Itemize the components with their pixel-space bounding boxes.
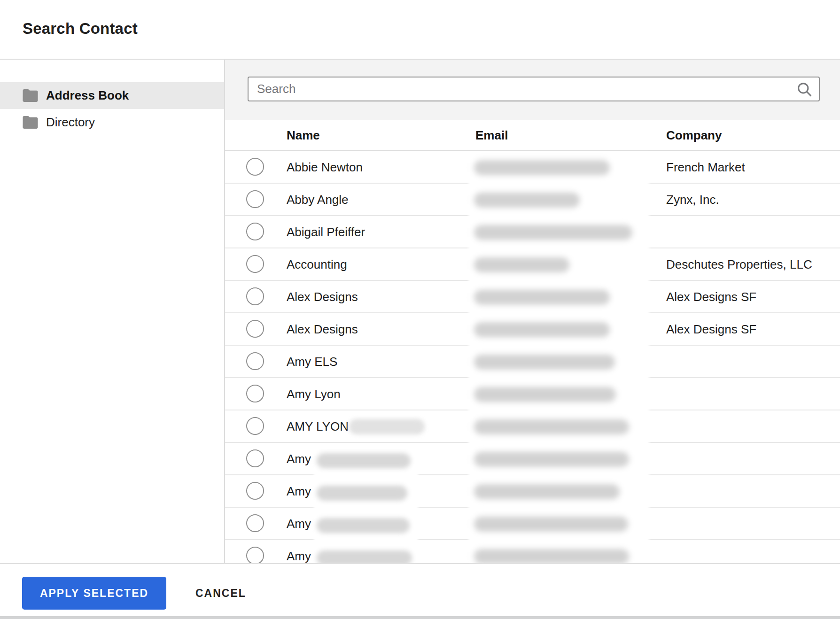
contact-name: Amy Lyon [287, 387, 341, 401]
folder-icon [23, 116, 38, 129]
contact-name: Abigail Pfeiffer [287, 224, 365, 239]
redacted-name-blur [317, 550, 412, 564]
contact-name: Alex Designs [287, 289, 358, 304]
sidebar-item-label: Directory [46, 115, 95, 130]
radio-button[interactable] [246, 255, 264, 273]
redacted-email-blur [474, 419, 629, 434]
contact-company: Alex Designs SF [666, 322, 756, 336]
contact-name: Abby Angle [287, 192, 349, 207]
cancel-button[interactable]: CANCEL [194, 577, 248, 610]
column-header-name: Name [287, 128, 320, 142]
folder-icon [23, 89, 38, 102]
contact-name: AMY LYON [287, 419, 349, 433]
radio-button[interactable] [246, 158, 264, 176]
contact-company: Deschutes Properties, LLC [666, 257, 812, 271]
redacted-email-blur [474, 225, 632, 240]
radio-button[interactable] [246, 190, 264, 208]
redacted-email-blur [474, 355, 615, 370]
redacted-email-blur [474, 387, 616, 402]
contact-name: Amy [287, 549, 311, 563]
page-title: Search Contact [0, 0, 840, 38]
sidebar-item-label: Address Book [46, 88, 129, 103]
contact-name: Amy ELS [287, 354, 337, 369]
redacted-email-blur [474, 484, 620, 499]
contact-name: Amy [287, 484, 311, 498]
table-header: Name Email Company [225, 120, 840, 151]
radio-button[interactable] [246, 482, 264, 500]
radio-button[interactable] [246, 352, 264, 370]
contact-name: Alex Designs [287, 322, 358, 336]
search-input[interactable] [249, 77, 819, 101]
redacted-email-blur [474, 322, 610, 337]
radio-button[interactable] [246, 385, 264, 402]
redacted-email-column [468, 153, 649, 563]
radio-button[interactable] [246, 547, 264, 563]
redacted-email-blur [474, 549, 629, 564]
search-panel [225, 60, 840, 120]
apply-selected-button[interactable]: APPLY SELECTED [22, 577, 166, 610]
redacted-email-blur [474, 290, 610, 305]
search-contact-dialog: Search Contact Address BookDirectory [0, 0, 840, 619]
radio-button[interactable] [246, 514, 264, 532]
contact-company: French Market [666, 160, 745, 174]
dialog-footer: APPLY SELECTED CANCEL [0, 563, 840, 619]
redacted-names-region [314, 445, 418, 563]
dialog-header: Search Contact [0, 0, 840, 60]
contact-company: Zynx, Inc. [666, 192, 719, 207]
redacted-name-blur [317, 453, 411, 468]
redacted-email-blur [474, 452, 629, 467]
column-header-company: Company [666, 128, 722, 142]
sidebar-item-directory[interactable]: Directory [0, 109, 224, 136]
search-icon [795, 80, 813, 98]
radio-button[interactable] [246, 320, 264, 338]
radio-button[interactable] [246, 417, 264, 435]
bottom-edge-bar [0, 616, 840, 619]
contact-name: Abbie Newton [287, 160, 363, 174]
redacted-email-blur [474, 517, 628, 532]
radio-button[interactable] [246, 287, 264, 305]
radio-button[interactable] [246, 223, 264, 240]
contact-name: Amy [287, 516, 311, 531]
radio-button[interactable] [246, 449, 264, 467]
dialog-body: Address BookDirectory Name Email [0, 60, 840, 563]
redacted-name-blur [317, 518, 410, 533]
contact-name: Accounting [287, 257, 347, 271]
main-panel: Name Email Company Abbie NewtonFrench Ma… [225, 60, 840, 563]
redacted-email-blur [474, 160, 610, 175]
contact-company: Alex Designs SF [666, 289, 756, 304]
contact-name: Amy [287, 451, 311, 466]
redacted-email-blur [474, 257, 569, 272]
sidebar-item-address-book[interactable]: Address Book [0, 82, 224, 109]
contacts-table: Name Email Company Abbie NewtonFrench Ma… [225, 120, 840, 563]
column-header-email: Email [475, 128, 508, 142]
redacted-name-blur [317, 486, 407, 501]
redacted-email-blur [474, 193, 580, 208]
folder-sidebar: Address BookDirectory [0, 60, 225, 586]
search-box [248, 77, 820, 101]
redacted-name-blur [349, 419, 425, 434]
